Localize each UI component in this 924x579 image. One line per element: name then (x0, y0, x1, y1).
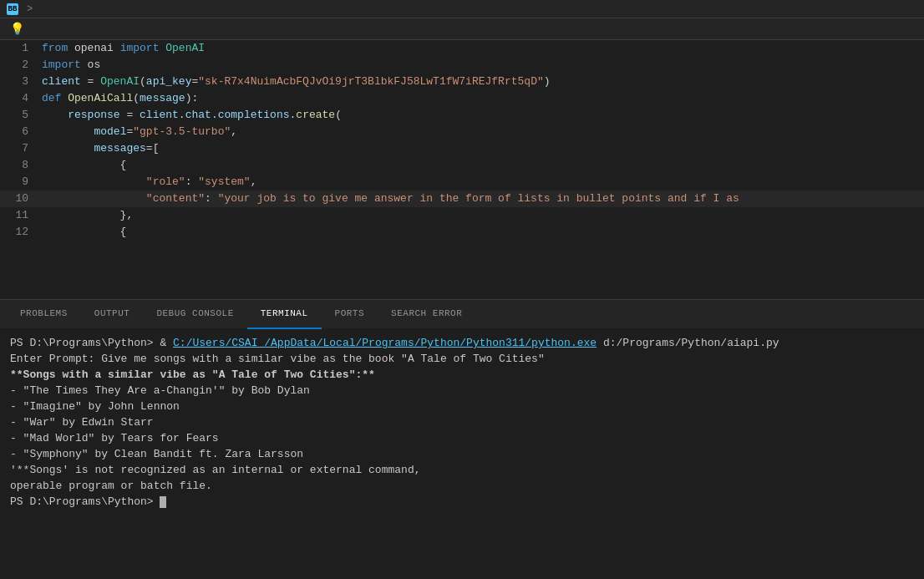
code-line-1: 1from openai import OpenAI (0, 40, 924, 57)
line-number: 3 (0, 74, 42, 90)
terminal-panel[interactable]: PS D:\Programs\Python> & C:/Users/CSAI_/… (0, 328, 924, 579)
line-number: 12 (0, 224, 42, 241)
line-number: 11 (0, 207, 42, 224)
bulb-icon: 💡 (10, 22, 24, 36)
code-line-7: 7 messages=[ (0, 140, 924, 157)
line-number: 6 (0, 124, 42, 140)
breadcrumb: > (23, 3, 36, 15)
terminal-line: - "War" by Edwin Starr (10, 414, 914, 430)
terminal-line: PS D:\Programs\Python> & C:/Users/CSAI_/… (10, 335, 914, 351)
panel-tab-search-error[interactable]: SEARCH ERROR (378, 300, 475, 329)
line-content: def OpenAiCall(message): (42, 90, 924, 107)
line-content: response = client.chat.completions.creat… (42, 107, 924, 124)
line-content: model="gpt-3.5-turbo", (42, 124, 924, 140)
code-line-4: 4def OpenAiCall(message): (0, 90, 924, 107)
terminal-line: - "Imagine" by John Lennon (10, 399, 914, 414)
terminal-line: - "The Times They Are a-Changin'" by Bob… (10, 383, 914, 399)
terminal-line: **Songs with a similar vibe as "A Tale o… (10, 367, 914, 383)
code-line-6: 6 model="gpt-3.5-turbo", (0, 124, 924, 140)
line-content: { (42, 157, 924, 174)
line-number: 2 (0, 57, 42, 74)
line-number: 4 (0, 90, 42, 107)
app-icon: BB (7, 3, 18, 15)
code-line-2: 2import os (0, 57, 924, 74)
terminal-line: operable program or batch file. (10, 478, 914, 494)
code-line-9: 9 "role": "system", (0, 174, 924, 190)
terminal-line: Enter Prompt: Give me songs with a simil… (10, 351, 914, 367)
breadcrumb-sep: > (27, 3, 33, 15)
line-number: 5 (0, 107, 42, 124)
panel-tab-ports[interactable]: PORTS (322, 300, 378, 329)
terminal-cursor (160, 496, 166, 508)
terminal-line: PS D:\Programs\Python> (10, 494, 914, 510)
code-line-8: 8 { (0, 157, 924, 174)
line-content: }, (42, 207, 924, 224)
line-content: { (42, 224, 924, 241)
panel-tab-terminal[interactable]: TERMINAL (247, 300, 322, 329)
panel-tab-output[interactable]: OUTPUT (81, 300, 144, 329)
line-content: messages=[ (42, 140, 924, 157)
code-line-5: 5 response = client.chat.completions.cre… (0, 107, 924, 124)
code-line-12: 12 { (0, 224, 924, 241)
terminal-line: '**Songs' is not recognized as an intern… (10, 462, 914, 478)
line-number: 7 (0, 140, 42, 157)
line-content: import os (42, 57, 924, 74)
line-number: 8 (0, 157, 42, 174)
code-line-3: 3client = OpenAI(api_key="sk-R7x4NuimAcb… (0, 74, 924, 90)
line-number: 1 (0, 40, 42, 57)
title-bar: BB > (0, 0, 924, 18)
panel-tabs: PROBLEMSOUTPUTDEBUG CONSOLETERMINALPORTS… (0, 299, 924, 328)
line-content: client = OpenAI(api_key="sk-R7x4NuimAcbF… (42, 74, 924, 90)
code-editor[interactable]: 1from openai import OpenAI2import os3cli… (0, 40, 924, 299)
line-content: "content": "your job is to give me answe… (42, 190, 924, 207)
blackbox-hint-bar[interactable]: 💡 (0, 18, 924, 40)
line-content: "role": "system", (42, 174, 924, 190)
line-number: 10 (0, 190, 42, 207)
code-line-11: 11 }, (0, 207, 924, 224)
line-content: from openai import OpenAI (42, 40, 924, 57)
code-line-10: 10 "content": "your job is to give me an… (0, 190, 924, 207)
terminal-line: - "Mad World" by Tears for Fears (10, 430, 914, 446)
panel-tab-problems[interactable]: PROBLEMS (7, 300, 81, 329)
line-number: 9 (0, 174, 42, 190)
panel-tab-debug-console[interactable]: DEBUG CONSOLE (143, 300, 246, 329)
terminal-line: - "Symphony" by Clean Bandit ft. Zara La… (10, 446, 914, 462)
